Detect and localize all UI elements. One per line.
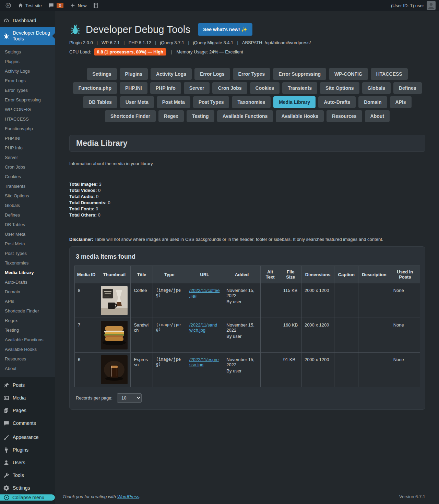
tab-button[interactable]: Globals <box>362 82 391 94</box>
wp-logo-menu[interactable] <box>2 0 14 11</box>
sidebar-submenu-item[interactable]: Site Options <box>0 191 55 201</box>
sidebar-submenu-item[interactable]: Cron Jobs <box>0 162 55 172</box>
sidebar-submenu-item[interactable]: Available Functions <box>0 335 55 345</box>
tab-button[interactable]: Activity Logs <box>151 68 192 80</box>
sidebar-submenu-item[interactable]: Activity Logs <box>0 66 55 76</box>
sidebar-submenu-item[interactable]: Post Meta <box>0 239 55 249</box>
comments-admin-bar-link[interactable]: 0 <box>45 0 67 11</box>
sidebar-item[interactable]: Dashboard <box>0 14 55 27</box>
tab-button[interactable]: Available Functions <box>217 110 273 122</box>
thumbnail[interactable] <box>101 321 128 349</box>
media-url-link[interactable]: /2022/11/espresso.jpg <box>189 357 219 367</box>
thumbnail[interactable] <box>101 355 128 384</box>
collapse-menu-button[interactable]: Collapse menu <box>0 494 55 501</box>
tab-button[interactable]: Taxonomies <box>232 96 271 108</box>
tab-button[interactable]: Transients <box>282 82 317 94</box>
user-account-link[interactable]: (User ID: 1) user <box>391 3 424 8</box>
tab-button[interactable]: Functions.php <box>73 82 117 94</box>
sidebar-submenu-item[interactable]: About <box>0 364 55 373</box>
sidebar-item[interactable]: Users <box>0 456 55 469</box>
avatar[interactable] <box>427 1 436 10</box>
tab-button[interactable]: Post Types <box>193 96 229 108</box>
tab-button[interactable]: Error Logs <box>194 68 230 80</box>
sidebar-submenu-item[interactable]: Taxonomies <box>0 258 55 268</box>
tab-button[interactable]: APIs <box>390 96 412 108</box>
sidebar-submenu-item[interactable]: Settings <box>0 47 55 57</box>
tab-button[interactable]: Error Suppressing <box>273 68 326 80</box>
sidebar-submenu-item[interactable]: Cookies <box>0 172 55 182</box>
tab-button[interactable]: Site Options <box>320 82 359 94</box>
wordpress-link[interactable]: WordPress <box>117 494 139 499</box>
sidebar-submenu-item[interactable]: Error Logs <box>0 76 55 86</box>
tab-button[interactable]: Resources <box>327 110 362 122</box>
tab-button[interactable]: About <box>365 110 390 122</box>
sidebar-submenu-item[interactable]: Available Hooks <box>0 345 55 354</box>
cell-media-id: 7 <box>75 318 98 353</box>
tab-button[interactable]: HTACCESS <box>371 68 408 80</box>
sidebar-submenu-item[interactable]: Domain <box>0 287 55 297</box>
thumbnail[interactable] <box>101 286 128 315</box>
sidebar-submenu-item[interactable]: Media Library <box>0 268 55 278</box>
tab-button[interactable]: PHP Info <box>150 82 181 94</box>
site-name-link[interactable]: Test site <box>14 0 45 11</box>
coffee-thumbnail-image <box>101 286 128 315</box>
tab-button[interactable]: Domain <box>358 96 387 108</box>
sidebar-submenu-item[interactable]: Post Types <box>0 249 55 258</box>
tab-button[interactable]: Testing <box>187 110 214 122</box>
sidebar-submenu-item[interactable]: HTACCESS <box>0 114 55 124</box>
tab-button[interactable]: Available Hooks <box>276 110 324 122</box>
tab-button[interactable]: PHP.INI <box>120 82 147 94</box>
new-content-button[interactable]: New <box>67 0 90 11</box>
media-url-link[interactable]: /2022/11/sandwich.jpg <box>189 322 217 333</box>
sidebar-submenu-item[interactable]: PHP Info <box>0 143 55 153</box>
tab-button[interactable]: Cookies <box>250 82 280 94</box>
tab-button[interactable]: Auto-Drafts <box>318 96 356 108</box>
sidebar-item[interactable]: Media <box>0 392 55 404</box>
sidebar-submenu-item[interactable]: Server <box>0 153 55 162</box>
sidebar-submenu-item[interactable]: PHP.INI <box>0 134 55 143</box>
sidebar-submenu-item[interactable]: Transients <box>0 182 55 191</box>
tab-button[interactable]: User Meta <box>120 96 154 108</box>
sidebar-submenu-item[interactable]: Resources <box>0 354 55 364</box>
site-name: Test site <box>25 3 42 8</box>
tab-button[interactable]: Error Types <box>233 68 271 80</box>
sidebar-submenu-item[interactable]: User Meta <box>0 230 55 239</box>
tab-button[interactable]: Server <box>184 82 210 94</box>
tab-button[interactable]: DB Tables <box>83 96 117 108</box>
sidebar-submenu-item[interactable]: Error Types <box>0 86 55 95</box>
tab-button[interactable]: Settings <box>87 68 117 80</box>
tab-button[interactable]: Post Meta <box>157 96 190 108</box>
sidebar-submenu-item[interactable]: Plugins <box>0 57 55 66</box>
sidebar-submenu-item[interactable]: Functions.php <box>0 124 55 134</box>
sidebar-submenu-item[interactable]: WP-CONFIG <box>0 105 55 114</box>
tab-button[interactable]: Media Library <box>273 96 316 108</box>
sidebar-submenu-item[interactable]: Regex <box>0 316 55 325</box>
media-url-link[interactable]: /2022/11/coffee.jpg <box>189 288 220 298</box>
sidebar-item[interactable]: Tools <box>0 469 55 482</box>
sidebar-item[interactable]: Posts <box>0 379 55 392</box>
tab-button[interactable]: Shortcode Finder <box>105 110 156 122</box>
tab-button[interactable]: WP-CONFIG <box>329 68 368 80</box>
tab-button[interactable]: Regex <box>158 110 184 122</box>
sidebar-submenu-item[interactable]: DB Tables <box>0 220 55 230</box>
sidebar-submenu-item[interactable]: Error Suppressing <box>0 95 55 105</box>
debug-log-button[interactable] <box>90 0 102 11</box>
whats-new-button[interactable]: See what's new! ✨ <box>198 23 252 36</box>
tab-button[interactable]: Cron Jobs <box>212 82 247 94</box>
sidebar-submenu-item[interactable]: APIs <box>0 297 55 306</box>
records-per-page-select[interactable]: 10 <box>117 393 142 403</box>
sidebar-submenu-item[interactable]: Defines <box>0 210 55 220</box>
sidebar-submenu-item[interactable]: Globals <box>0 201 55 210</box>
sidebar-submenu-item[interactable]: Testing <box>0 325 55 335</box>
sidebar-submenu-item[interactable]: Shortcode Finder <box>0 306 55 316</box>
sidebar-submenu-item[interactable]: Auto-Drafts <box>0 278 55 287</box>
sidebar-item[interactable]: Plugins <box>0 444 55 456</box>
tab-button[interactable]: Plugins <box>120 68 148 80</box>
sidebar-item[interactable]: Developer Debug Tools <box>0 27 55 45</box>
sidebar-item-label: Posts <box>13 382 25 388</box>
sidebar-item[interactable]: Settings <box>0 482 55 494</box>
tab-button[interactable]: Defines <box>393 82 422 94</box>
sidebar-item[interactable]: Appearance <box>0 431 55 444</box>
sidebar-item[interactable]: Comments <box>0 417 55 430</box>
sidebar-item[interactable]: Pages <box>0 404 55 417</box>
